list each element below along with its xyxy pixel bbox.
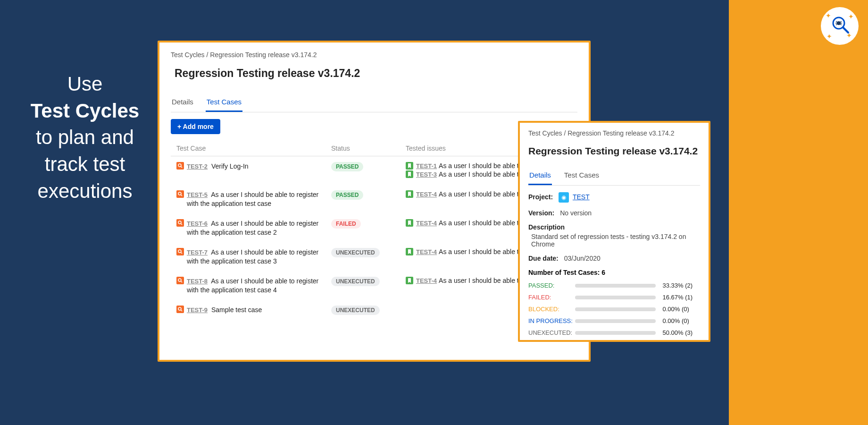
version-label: Version:	[528, 209, 554, 217]
svg-line-13	[181, 253, 183, 254]
status-badge[interactable]: PASSED	[331, 190, 363, 200]
story-icon	[406, 162, 413, 170]
svg-line-9	[181, 195, 183, 196]
description-label: Description	[528, 223, 696, 231]
version-field: Version: No version	[528, 209, 700, 217]
sparkle-icon: ✦	[826, 33, 832, 40]
project-field: Project: ◉ TEST	[528, 192, 700, 203]
app-logo: ✦ ✦ ✦ ✦	[821, 7, 859, 45]
stat-label: PASSED:	[528, 282, 575, 289]
stat-row-blocked: BLOCKED:0.00% (0)	[528, 306, 700, 313]
col-header-testcase: Test Case	[171, 144, 331, 152]
stat-value: 16.67% (1)	[662, 294, 700, 301]
table-row: TEST-9 Sample test caseUNEXECUTED	[171, 300, 577, 321]
svg-line-17	[181, 310, 183, 312]
page-title: Regression Testing release v3.174.2	[175, 67, 577, 80]
stat-value: 0.00% (0)	[662, 306, 700, 313]
stat-label: IN PROGRESS:	[528, 317, 575, 324]
breadcrumb: Test Cycles / Regression Testing release…	[528, 129, 700, 137]
tab-test-cases[interactable]: Test Cases	[563, 168, 600, 185]
svg-point-6	[178, 164, 181, 167]
breadcrumb-current: Regression Testing release v3.174.2	[568, 129, 674, 137]
stat-row-passed: PASSED:33.33% (2)	[528, 282, 700, 289]
test-case-icon	[176, 219, 184, 227]
test-case-key[interactable]: TEST-9	[187, 306, 208, 314]
stat-row-inprogress: IN PROGRESS:0.00% (0)	[528, 317, 700, 324]
test-case-key[interactable]: TEST-8	[187, 278, 208, 285]
stat-value: 50.00% (3)	[662, 329, 700, 336]
accent-bar	[729, 0, 868, 425]
sparkle-icon: ✦	[848, 13, 854, 20]
stat-row-unexecuted: UNEXECUTED:50.00% (3)	[528, 329, 700, 336]
svg-point-10	[178, 221, 181, 224]
progress-bar	[575, 284, 656, 288]
progress-bar	[575, 319, 656, 323]
test-case-title: Verify Log-In	[211, 162, 249, 170]
tab-details[interactable]: Details	[171, 95, 194, 112]
tab-details[interactable]: Details	[528, 168, 552, 185]
svg-line-7	[181, 167, 183, 168]
test-case-key[interactable]: TEST-2	[187, 163, 208, 170]
col-header-status: Status	[331, 144, 406, 152]
svg-line-15	[181, 281, 183, 283]
tab-test-cases[interactable]: Test Cases	[206, 95, 242, 112]
tabs: DetailsTest Cases	[528, 168, 700, 186]
project-label: Project:	[528, 193, 553, 201]
test-case-icon	[176, 248, 184, 255]
due-date-value: 03/Jun/2020	[564, 255, 601, 262]
status-badge[interactable]: FAILED	[331, 219, 361, 229]
stat-label: FAILED:	[528, 294, 575, 301]
version-value: No version	[560, 209, 592, 217]
progress-bar	[575, 331, 656, 335]
stat-value: 33.33% (2)	[662, 282, 700, 289]
status-badge[interactable]: PASSED	[331, 162, 363, 171]
breadcrumb-root[interactable]: Test Cycles	[171, 51, 205, 59]
test-case-key[interactable]: TEST-7	[187, 249, 208, 256]
project-link[interactable]: TEST	[573, 193, 590, 201]
table-row: TEST-6 As a user I should be able to reg…	[171, 213, 577, 242]
test-case-icon	[176, 306, 184, 313]
test-case-key[interactable]: TEST-5	[187, 191, 208, 198]
svg-line-11	[181, 224, 183, 225]
stat-label: UNEXECUTED:	[528, 329, 575, 336]
table-row: TEST-2 Verify Log-InPASSEDTEST-1As a use…	[171, 156, 577, 185]
status-badge[interactable]: UNEXECUTED	[331, 306, 380, 315]
story-icon	[406, 219, 413, 227]
table-row: TEST-7 As a user I should be able to reg…	[171, 242, 577, 271]
add-more-button[interactable]: + Add more	[171, 119, 220, 134]
issue-key[interactable]: TEST-1	[416, 162, 437, 170]
details-panel: Test Cycles / Regression Testing release…	[518, 121, 710, 342]
sparkle-icon: ✦	[846, 32, 852, 39]
stat-label: BLOCKED:	[528, 306, 575, 313]
svg-point-8	[178, 192, 181, 195]
status-badge[interactable]: UNEXECUTED	[331, 248, 380, 257]
promo-headline: Use Test Cycles to plan and track test e…	[14, 71, 156, 204]
table-row: TEST-5 As a user I should be able to reg…	[171, 185, 577, 213]
test-case-key[interactable]: TEST-6	[187, 220, 208, 227]
breadcrumb-current: Regression Testing release v3.174.2	[210, 51, 317, 59]
sparkle-icon: ✦	[826, 12, 831, 19]
story-icon	[406, 277, 413, 284]
issue-key[interactable]: TEST-4	[416, 220, 437, 227]
svg-point-16	[178, 307, 181, 310]
story-icon	[406, 190, 413, 198]
test-case-icon	[176, 162, 184, 170]
due-date-label: Due date:	[528, 255, 559, 262]
table-header: Test Case Status Tested issues	[171, 141, 577, 156]
status-badge[interactable]: UNEXECUTED	[331, 277, 380, 286]
project-avatar-icon: ◉	[559, 192, 569, 203]
table-row: TEST-8 As a user I should be able to reg…	[171, 271, 577, 300]
issue-key[interactable]: TEST-4	[416, 277, 437, 284]
svg-point-14	[178, 279, 181, 281]
progress-bar	[575, 296, 656, 299]
issue-key[interactable]: TEST-4	[416, 191, 437, 198]
due-date-field: Due date: 03/Jun/2020	[528, 255, 700, 262]
test-case-title: Sample test case	[211, 306, 262, 314]
issue-key[interactable]: TEST-3	[416, 171, 437, 178]
tabs: DetailsTest Cases	[171, 95, 577, 112]
progress-bar	[575, 307, 656, 311]
breadcrumb-root[interactable]: Test Cycles	[528, 129, 562, 137]
issue-key[interactable]: TEST-4	[416, 248, 437, 255]
description-field: Description Standard set of regression t…	[528, 223, 700, 248]
page-title: Regression Testing release v3.174.2	[528, 145, 700, 157]
